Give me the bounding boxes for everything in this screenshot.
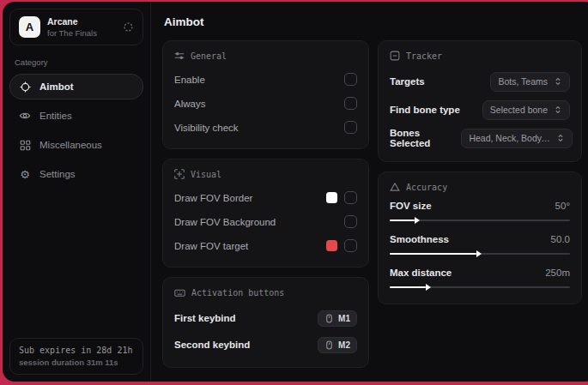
slider-thumb[interactable] [415, 217, 420, 224]
bones-selected-select[interactable]: Head, Neck, Body, Pe.. [461, 129, 573, 148]
slider-fill [390, 220, 415, 222]
fov-size-slider[interactable] [390, 217, 570, 224]
grid-icon [19, 139, 31, 151]
sliders-icon [174, 51, 185, 61]
general-card-header: General [174, 51, 357, 61]
setting-label: First keybind [174, 313, 236, 323]
general-card: General Enable Always Visibility check [162, 40, 369, 149]
enable-checkbox[interactable] [344, 73, 357, 86]
sidebar-nav: Aimbot Entities Miscellaneous ⚙ [9, 74, 143, 338]
fov-size-value: 50° [555, 201, 570, 211]
keybind-value: M2 [338, 340, 350, 350]
max-distance-value: 250m [545, 268, 570, 278]
setting-row: Targets Bots, Teams [390, 69, 570, 93]
card-title: Visual [191, 170, 221, 179]
focus-plus-icon [174, 169, 185, 179]
setting-label: Draw FOV target [174, 241, 248, 251]
card-title: General [191, 51, 227, 61]
visibility-check-checkbox[interactable] [344, 121, 357, 134]
setting-label: Always [174, 99, 205, 109]
setting-label: Bones Selected [390, 128, 461, 148]
max-distance-row: Max distance 250m [390, 268, 570, 291]
sidebar-item-aimbot[interactable]: Aimbot [9, 74, 143, 99]
keyboard-icon [174, 287, 185, 298]
sidebar-item-label: Miscellaneous [39, 140, 102, 150]
activation-card: Activation buttons First keybind M1 [162, 277, 369, 368]
select-value: Selected bone [490, 105, 548, 115]
card-title: Tracker [406, 51, 442, 61]
smoothness-slider[interactable] [390, 250, 570, 257]
setting-row: Draw FOV target [174, 236, 357, 256]
setting-row: Find bone type Selected bone [390, 98, 570, 122]
setting-row: Enable [174, 69, 357, 89]
smoothness-row: Smoothness 50.0 [390, 234, 570, 257]
setting-label: Second keybind [174, 340, 250, 350]
app-logo: A [19, 16, 40, 38]
max-distance-slider[interactable] [390, 284, 570, 291]
sidebar-item-label: Settings [39, 169, 76, 179]
app-name: Arcane [47, 16, 97, 27]
setting-label: FOV size [390, 201, 432, 211]
setting-label: Enable [174, 75, 205, 85]
refresh-icon[interactable] [123, 21, 134, 33]
triangle-icon [390, 182, 400, 192]
sidebar-item-entities[interactable]: Entities [9, 103, 143, 129]
setting-row: Draw FOV Border [174, 188, 357, 208]
slider-thumb[interactable] [476, 250, 482, 257]
smoothness-value: 50.0 [551, 234, 570, 244]
visual-card: Visual Draw FOV Border Draw FOV Backgrou… [162, 159, 369, 268]
mouse-icon [324, 314, 334, 323]
setting-label: Max distance [390, 268, 452, 278]
gear-icon: ⚙ [19, 168, 31, 180]
eye-icon [19, 110, 31, 122]
setting-label: Visibility check [174, 123, 239, 133]
card-title: Activation buttons [191, 288, 284, 298]
sidebar-item-label: Entities [39, 111, 72, 121]
app-window: A Arcane for The Finals Category Aimbot [3, 2, 588, 382]
scan-box-icon [390, 51, 400, 61]
always-checkbox[interactable] [344, 97, 357, 110]
keybind-value: M1 [338, 314, 350, 323]
fov-target-color-swatch[interactable] [326, 240, 337, 251]
app-header: A Arcane for The Finals [9, 9, 143, 45]
tracker-card: Tracker Targets Bots, Teams [378, 40, 582, 162]
page-title: Aimbot [164, 15, 583, 28]
tracker-card-header: Tracker [390, 51, 570, 61]
setting-row: Draw FOV Background [174, 212, 357, 232]
sidebar-item-miscellaneous[interactable]: Miscellaneous [9, 132, 143, 158]
accuracy-card: Accuracy FOV size 50° [378, 171, 582, 304]
chevron-updown-icon [554, 77, 562, 86]
chevron-updown-icon [556, 134, 565, 142]
find-bone-type-select[interactable]: Selected bone [482, 100, 570, 120]
slider-thumb[interactable] [426, 284, 431, 291]
setting-label: Targets [390, 76, 425, 87]
visual-card-header: Visual [174, 169, 357, 179]
draw-fov-target-checkbox[interactable] [344, 239, 357, 252]
fov-size-row: FOV size 50° [390, 201, 570, 224]
chevron-updown-icon [554, 105, 562, 114]
fov-border-color-swatch[interactable] [326, 192, 337, 203]
setting-row: Visibility check [174, 117, 357, 137]
setting-row: Second keybind M2 [174, 334, 357, 356]
subscription-status: Sub expires in 28d 21h session duration … [9, 338, 143, 375]
setting-label: Draw FOV Border [174, 193, 252, 203]
session-duration-text: session duration 31m 11s [19, 358, 134, 367]
sidebar-item-label: Aimbot [39, 81, 74, 92]
setting-row: Bones Selected Head, Neck, Body, Pe.. [390, 126, 570, 150]
setting-label: Smoothness [390, 234, 449, 244]
setting-row: Always [174, 93, 357, 113]
select-value: Head, Neck, Body, Pe.. [469, 133, 550, 143]
app-subtitle: for The Finals [47, 28, 97, 38]
sub-expiry-text: Sub expires in 28d 21h [19, 346, 134, 355]
sidebar-item-settings[interactable]: ⚙ Settings [9, 161, 143, 187]
category-label: Category [15, 57, 138, 67]
second-keybind-button[interactable]: M2 [318, 337, 357, 353]
first-keybind-button[interactable]: M1 [318, 310, 357, 327]
select-value: Bots, Teams [498, 76, 548, 87]
slider-fill [390, 286, 426, 289]
targets-select[interactable]: Bots, Teams [490, 72, 570, 92]
draw-fov-background-checkbox[interactable] [344, 215, 357, 228]
activation-card-header: Activation buttons [174, 287, 357, 298]
crosshair-icon [19, 81, 31, 93]
draw-fov-border-checkbox[interactable] [344, 191, 357, 204]
